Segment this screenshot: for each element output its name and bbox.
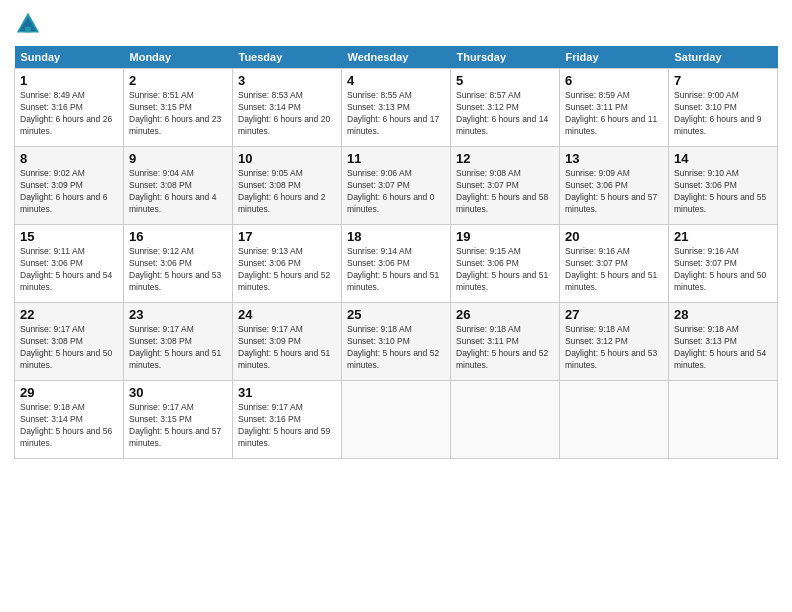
- day-number: 27: [565, 307, 663, 322]
- week-row-4: 22Sunrise: 9:17 AMSunset: 3:08 PMDayligh…: [15, 303, 778, 381]
- day-cell: 31Sunrise: 9:17 AMSunset: 3:16 PMDayligh…: [233, 381, 342, 459]
- day-cell: 6Sunrise: 8:59 AMSunset: 3:11 PMDaylight…: [560, 69, 669, 147]
- col-header-sunday: Sunday: [15, 46, 124, 69]
- day-info: Sunrise: 9:09 AMSunset: 3:06 PMDaylight:…: [565, 168, 663, 216]
- day-number: 7: [674, 73, 772, 88]
- day-info: Sunrise: 9:11 AMSunset: 3:06 PMDaylight:…: [20, 246, 118, 294]
- day-number: 26: [456, 307, 554, 322]
- day-info: Sunrise: 9:05 AMSunset: 3:08 PMDaylight:…: [238, 168, 336, 216]
- day-number: 25: [347, 307, 445, 322]
- day-info: Sunrise: 9:18 AMSunset: 3:14 PMDaylight:…: [20, 402, 118, 450]
- day-cell: [560, 381, 669, 459]
- day-info: Sunrise: 9:14 AMSunset: 3:06 PMDaylight:…: [347, 246, 445, 294]
- week-row-3: 15Sunrise: 9:11 AMSunset: 3:06 PMDayligh…: [15, 225, 778, 303]
- day-info: Sunrise: 9:08 AMSunset: 3:07 PMDaylight:…: [456, 168, 554, 216]
- day-number: 10: [238, 151, 336, 166]
- day-number: 28: [674, 307, 772, 322]
- day-info: Sunrise: 9:06 AMSunset: 3:07 PMDaylight:…: [347, 168, 445, 216]
- day-info: Sunrise: 8:55 AMSunset: 3:13 PMDaylight:…: [347, 90, 445, 138]
- day-number: 18: [347, 229, 445, 244]
- day-info: Sunrise: 9:10 AMSunset: 3:06 PMDaylight:…: [674, 168, 772, 216]
- day-number: 24: [238, 307, 336, 322]
- day-cell: 1Sunrise: 8:49 AMSunset: 3:16 PMDaylight…: [15, 69, 124, 147]
- day-cell: 15Sunrise: 9:11 AMSunset: 3:06 PMDayligh…: [15, 225, 124, 303]
- day-cell: 14Sunrise: 9:10 AMSunset: 3:06 PMDayligh…: [669, 147, 778, 225]
- day-cell: 21Sunrise: 9:16 AMSunset: 3:07 PMDayligh…: [669, 225, 778, 303]
- day-cell: 26Sunrise: 9:18 AMSunset: 3:11 PMDayligh…: [451, 303, 560, 381]
- calendar-table: SundayMondayTuesdayWednesdayThursdayFrid…: [14, 46, 778, 459]
- day-number: 11: [347, 151, 445, 166]
- header: [14, 10, 778, 38]
- day-number: 2: [129, 73, 227, 88]
- day-info: Sunrise: 9:17 AMSunset: 3:08 PMDaylight:…: [129, 324, 227, 372]
- day-number: 5: [456, 73, 554, 88]
- day-number: 30: [129, 385, 227, 400]
- col-header-saturday: Saturday: [669, 46, 778, 69]
- day-number: 12: [456, 151, 554, 166]
- day-number: 13: [565, 151, 663, 166]
- day-number: 31: [238, 385, 336, 400]
- day-info: Sunrise: 9:16 AMSunset: 3:07 PMDaylight:…: [565, 246, 663, 294]
- col-header-tuesday: Tuesday: [233, 46, 342, 69]
- day-cell: 23Sunrise: 9:17 AMSunset: 3:08 PMDayligh…: [124, 303, 233, 381]
- col-header-monday: Monday: [124, 46, 233, 69]
- day-cell: 16Sunrise: 9:12 AMSunset: 3:06 PMDayligh…: [124, 225, 233, 303]
- day-number: 22: [20, 307, 118, 322]
- day-number: 21: [674, 229, 772, 244]
- day-info: Sunrise: 9:16 AMSunset: 3:07 PMDaylight:…: [674, 246, 772, 294]
- col-header-friday: Friday: [560, 46, 669, 69]
- day-info: Sunrise: 9:15 AMSunset: 3:06 PMDaylight:…: [456, 246, 554, 294]
- day-info: Sunrise: 9:18 AMSunset: 3:10 PMDaylight:…: [347, 324, 445, 372]
- day-cell: 3Sunrise: 8:53 AMSunset: 3:14 PMDaylight…: [233, 69, 342, 147]
- day-number: 4: [347, 73, 445, 88]
- day-info: Sunrise: 8:51 AMSunset: 3:15 PMDaylight:…: [129, 90, 227, 138]
- day-info: Sunrise: 9:13 AMSunset: 3:06 PMDaylight:…: [238, 246, 336, 294]
- day-info: Sunrise: 8:53 AMSunset: 3:14 PMDaylight:…: [238, 90, 336, 138]
- day-cell: 12Sunrise: 9:08 AMSunset: 3:07 PMDayligh…: [451, 147, 560, 225]
- col-header-thursday: Thursday: [451, 46, 560, 69]
- day-cell: 17Sunrise: 9:13 AMSunset: 3:06 PMDayligh…: [233, 225, 342, 303]
- day-number: 19: [456, 229, 554, 244]
- day-cell: [451, 381, 560, 459]
- logo: [14, 10, 46, 38]
- day-info: Sunrise: 8:59 AMSunset: 3:11 PMDaylight:…: [565, 90, 663, 138]
- day-cell: 18Sunrise: 9:14 AMSunset: 3:06 PMDayligh…: [342, 225, 451, 303]
- day-info: Sunrise: 9:18 AMSunset: 3:11 PMDaylight:…: [456, 324, 554, 372]
- day-cell: 11Sunrise: 9:06 AMSunset: 3:07 PMDayligh…: [342, 147, 451, 225]
- day-cell: 9Sunrise: 9:04 AMSunset: 3:08 PMDaylight…: [124, 147, 233, 225]
- day-number: 29: [20, 385, 118, 400]
- day-cell: [342, 381, 451, 459]
- week-row-5: 29Sunrise: 9:18 AMSunset: 3:14 PMDayligh…: [15, 381, 778, 459]
- day-cell: 20Sunrise: 9:16 AMSunset: 3:07 PMDayligh…: [560, 225, 669, 303]
- day-cell: 28Sunrise: 9:18 AMSunset: 3:13 PMDayligh…: [669, 303, 778, 381]
- page: SundayMondayTuesdayWednesdayThursdayFrid…: [0, 0, 792, 612]
- day-info: Sunrise: 9:18 AMSunset: 3:12 PMDaylight:…: [565, 324, 663, 372]
- day-cell: 2Sunrise: 8:51 AMSunset: 3:15 PMDaylight…: [124, 69, 233, 147]
- col-header-wednesday: Wednesday: [342, 46, 451, 69]
- day-info: Sunrise: 9:17 AMSunset: 3:15 PMDaylight:…: [129, 402, 227, 450]
- day-cell: 24Sunrise: 9:17 AMSunset: 3:09 PMDayligh…: [233, 303, 342, 381]
- week-row-2: 8Sunrise: 9:02 AMSunset: 3:09 PMDaylight…: [15, 147, 778, 225]
- day-cell: 19Sunrise: 9:15 AMSunset: 3:06 PMDayligh…: [451, 225, 560, 303]
- day-number: 3: [238, 73, 336, 88]
- day-cell: 5Sunrise: 8:57 AMSunset: 3:12 PMDaylight…: [451, 69, 560, 147]
- day-number: 1: [20, 73, 118, 88]
- day-number: 16: [129, 229, 227, 244]
- logo-icon: [14, 10, 42, 38]
- day-number: 9: [129, 151, 227, 166]
- day-info: Sunrise: 8:57 AMSunset: 3:12 PMDaylight:…: [456, 90, 554, 138]
- day-number: 6: [565, 73, 663, 88]
- day-number: 17: [238, 229, 336, 244]
- svg-rect-2: [25, 27, 31, 33]
- day-cell: 13Sunrise: 9:09 AMSunset: 3:06 PMDayligh…: [560, 147, 669, 225]
- day-info: Sunrise: 9:17 AMSunset: 3:16 PMDaylight:…: [238, 402, 336, 450]
- day-cell: 4Sunrise: 8:55 AMSunset: 3:13 PMDaylight…: [342, 69, 451, 147]
- day-cell: 7Sunrise: 9:00 AMSunset: 3:10 PMDaylight…: [669, 69, 778, 147]
- day-cell: 8Sunrise: 9:02 AMSunset: 3:09 PMDaylight…: [15, 147, 124, 225]
- day-cell: 27Sunrise: 9:18 AMSunset: 3:12 PMDayligh…: [560, 303, 669, 381]
- day-number: 14: [674, 151, 772, 166]
- day-cell: 22Sunrise: 9:17 AMSunset: 3:08 PMDayligh…: [15, 303, 124, 381]
- day-number: 8: [20, 151, 118, 166]
- day-number: 20: [565, 229, 663, 244]
- day-info: Sunrise: 9:17 AMSunset: 3:09 PMDaylight:…: [238, 324, 336, 372]
